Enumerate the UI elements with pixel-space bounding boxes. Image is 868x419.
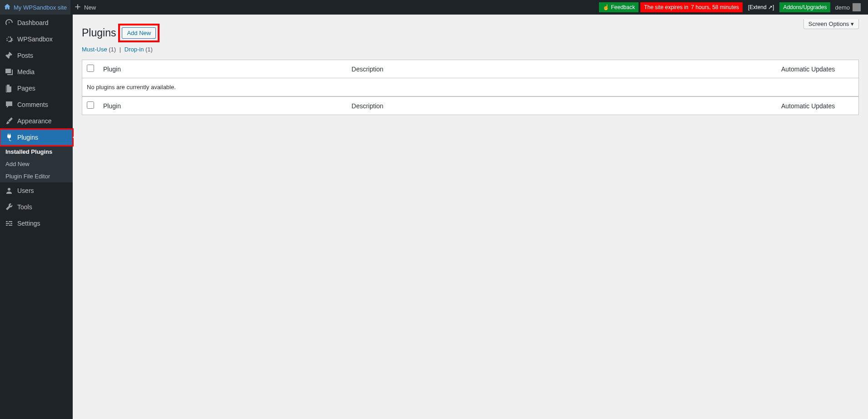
plugins-table: Plugin Description Automatic Updates No … [82, 60, 859, 115]
add-new-highlight: Add New [118, 24, 160, 42]
sidebar-item-label: Pages [17, 85, 35, 92]
sidebar-item-comments[interactable]: Comments [0, 96, 73, 113]
page-header: Plugins Add New [82, 24, 803, 42]
col-plugin[interactable]: Plugin [99, 60, 347, 78]
dashboard-icon [5, 18, 14, 27]
feedback-icon: ☝ [603, 4, 609, 10]
admin-bar: My WPSandbox site New ☝ Feedback The sit… [0, 0, 868, 15]
plus-icon [74, 3, 81, 12]
user-name: demo [835, 4, 850, 11]
sidebar-item-media[interactable]: Media [0, 64, 73, 80]
sidebar-item-label: Posts [17, 52, 33, 59]
screen-options-button[interactable]: Screen Options ▾ [803, 19, 859, 29]
brush-icon [5, 116, 14, 124]
user-menu[interactable]: demo [831, 3, 864, 11]
sidebar-item-pages[interactable]: Pages [0, 80, 73, 96]
filter-must-use[interactable]: Must-Use [82, 46, 107, 53]
no-items-row: No plugins are currently available. [82, 78, 858, 96]
must-use-count: (1) [109, 46, 116, 53]
page-title: Plugins [82, 27, 116, 39]
gear-icon [5, 35, 14, 44]
table-header-row: Plugin Description Automatic Updates [82, 60, 858, 78]
pin-icon [5, 51, 14, 60]
select-all-bottom[interactable] [87, 101, 94, 109]
no-items-message: No plugins are currently available. [82, 78, 858, 96]
expires-badge: The site expires in 7 hours, 58 minutes [640, 2, 743, 12]
addons-link[interactable]: Addons/Upgrades [779, 2, 830, 12]
sidebar-item-dashboard[interactable]: Dashboard [0, 15, 73, 31]
col-plugin-foot[interactable]: Plugin [99, 96, 347, 115]
sidebar-item-label: WPSandbox [17, 35, 53, 43]
drop-in-count: (1) [145, 46, 153, 53]
extend-link[interactable]: [Extend ↗] [744, 2, 778, 12]
avatar [853, 3, 861, 11]
site-name: My WPSandbox site [14, 4, 67, 11]
select-all-top[interactable] [87, 65, 94, 72]
main-content: Screen Options ▾ Plugins Add New Must-Us… [73, 15, 868, 124]
col-description-foot: Description [347, 96, 777, 115]
filter-drop-in[interactable]: Drop-in [125, 46, 144, 53]
home-icon [4, 3, 11, 12]
plugin-filters: Must-Use (1) | Drop-in (1) [82, 46, 859, 53]
col-auto-updates-foot: Automatic Updates [777, 96, 858, 115]
sidebar-item-label: Dashboard [17, 19, 49, 26]
pages-icon [5, 84, 14, 93]
sidebar-item-label: Comments [17, 101, 48, 108]
media-icon [5, 67, 14, 76]
col-auto-updates: Automatic Updates [777, 60, 858, 78]
sidebar-item-label: Media [17, 68, 35, 76]
col-description: Description [347, 60, 777, 78]
new-content-link[interactable]: New [70, 0, 100, 15]
sidebar-item-appearance[interactable]: Appearance [0, 113, 73, 124]
screen-options-wrap: Screen Options ▾ [803, 19, 859, 29]
new-label: New [84, 4, 96, 11]
feedback-badge[interactable]: ☝ Feedback [599, 2, 639, 12]
add-new-button[interactable]: Add New [122, 27, 156, 39]
table-footer-row: Plugin Description Automatic Updates [82, 96, 858, 115]
admin-sidebar: Dashboard WPSandbox Posts Media Pages Co… [0, 15, 73, 124]
comments-icon [5, 100, 14, 109]
sidebar-item-label: Appearance [17, 117, 52, 124]
sidebar-item-wpsandbox[interactable]: WPSandbox [0, 31, 73, 47]
chevron-down-icon: ▾ [851, 20, 854, 27]
sidebar-item-posts[interactable]: Posts [0, 47, 73, 64]
site-home-link[interactable]: My WPSandbox site [0, 0, 70, 15]
